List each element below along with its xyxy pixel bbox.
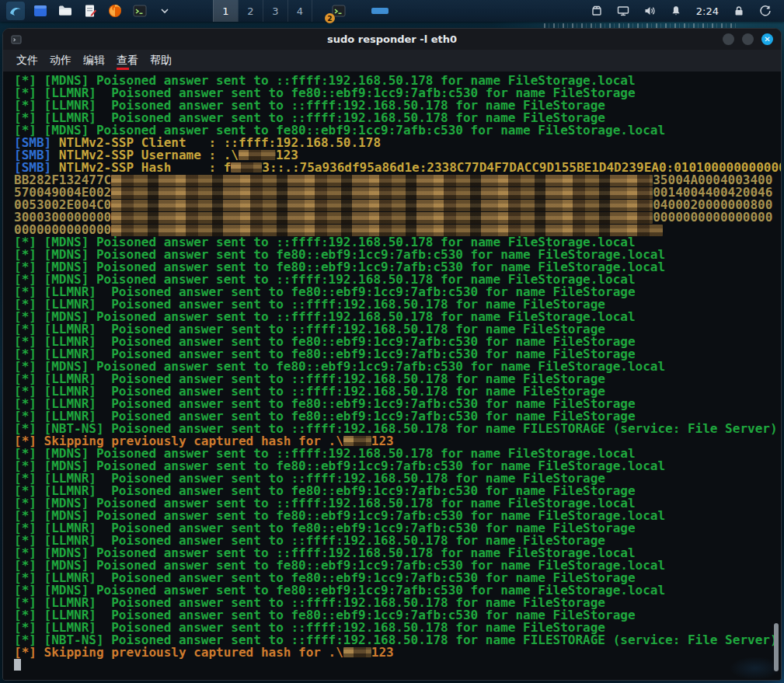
window-count-badge: 2 (325, 13, 335, 23)
window-icon (11, 34, 22, 45)
terminal-window: sudo responder -l eth0 ✕ 文件动作编辑查看帮助 [*] … (2, 28, 782, 681)
logout-icon[interactable] (759, 5, 772, 17)
top-panel: 1234 2 (0, 0, 784, 22)
desktop: { "panel": { "left_icons": ["kali-menu",… (0, 0, 784, 683)
terminal-output[interactable]: [*] [MDNS] Poisoned answer sent to ::fff… (3, 71, 781, 680)
workspace-3[interactable]: 3 (263, 0, 287, 22)
redacted-region (111, 175, 653, 186)
scrollbar[interactable] (773, 72, 780, 678)
workspace-switcher: 1234 (213, 0, 312, 22)
menu-item-3[interactable]: 查看 (116, 52, 139, 69)
taskbar-window-strip[interactable] (371, 8, 389, 14)
volume-icon[interactable] (643, 5, 656, 17)
redacted-region (111, 187, 653, 199)
menu-bar: 文件动作编辑查看帮助 (3, 50, 781, 71)
system-tray: 2:24 (591, 5, 776, 17)
close-button[interactable]: ✕ (761, 33, 773, 45)
terminal-dropdown-icon[interactable] (155, 2, 174, 20)
terminal-text: 123 (371, 645, 394, 660)
notifications-bell-icon[interactable] (670, 5, 682, 17)
redacted-region (111, 212, 653, 224)
terminal-line: 30003000000000000000000000000 (14, 211, 781, 224)
redacted-region (343, 436, 371, 446)
taskbar-terminal-button[interactable]: 2 (329, 2, 348, 20)
workspace-4[interactable]: 4 (287, 0, 312, 22)
redacted-region (111, 225, 663, 236)
terminal-line (14, 659, 781, 671)
window-titlebar[interactable]: sudo responder -l eth0 ✕ (3, 29, 781, 50)
window-title: sudo responder -l eth0 (3, 33, 781, 45)
redacted-region (343, 647, 371, 657)
redacted-region (111, 200, 653, 211)
terminal-cursor (14, 659, 21, 671)
clock[interactable]: 2:24 (696, 5, 719, 17)
terminal-line: [*] Skipping previously captured hash fo… (14, 646, 781, 659)
terminal-text: [*] Skipping previously captured hash fo… (14, 645, 343, 660)
window-app-icon[interactable] (31, 2, 50, 20)
minimize-button[interactable] (723, 33, 734, 45)
redacted-region (239, 150, 276, 160)
file-manager-icon[interactable] (56, 2, 75, 20)
maximize-button[interactable] (742, 33, 754, 45)
scrollbar-thumb[interactable] (774, 623, 779, 671)
menu-item-0[interactable]: 文件 (16, 52, 39, 69)
workspace-1[interactable]: 1 (213, 0, 238, 22)
menu-item-1[interactable]: 动作 (49, 52, 72, 69)
terminal-icon[interactable] (131, 2, 149, 20)
kali-menu-icon[interactable] (6, 2, 25, 20)
text-editor-icon[interactable] (81, 2, 99, 20)
package-icon[interactable] (591, 5, 603, 17)
menu-accent-mark (117, 68, 129, 70)
display-icon[interactable] (617, 5, 629, 17)
workspace-2[interactable]: 2 (238, 0, 263, 22)
terminal-text: 0000000000000000 (653, 210, 772, 225)
terminal-line: 0000000000000 (14, 224, 781, 236)
menu-item-2[interactable]: 编辑 (82, 52, 106, 69)
redacted-region (231, 162, 262, 172)
firefox-icon[interactable] (106, 2, 124, 20)
menu-item-4[interactable]: 帮助 (149, 52, 172, 69)
lock-screen-icon[interactable] (733, 5, 745, 17)
